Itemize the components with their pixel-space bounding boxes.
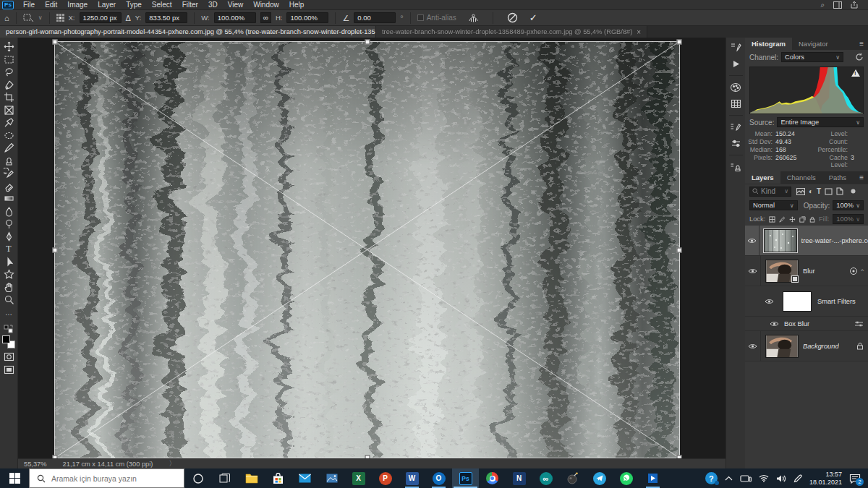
- tab-layers[interactable]: Layers: [745, 171, 780, 184]
- clone-source-icon[interactable]: [730, 162, 741, 172]
- show-hidden-icons-chevron[interactable]: [725, 476, 733, 481]
- visibility-eye-icon[interactable]: [745, 226, 760, 255]
- angle-input[interactable]: 0.00: [354, 12, 396, 23]
- brush-tool[interactable]: [1, 142, 17, 155]
- y-input[interactable]: 833.50 px: [145, 12, 187, 23]
- h-input[interactable]: 100.00%: [286, 12, 328, 23]
- reference-point-widget[interactable]: [56, 14, 64, 22]
- tab-channels[interactable]: Channels: [780, 171, 822, 184]
- menu-edit[interactable]: Edit: [40, 0, 62, 10]
- box-blur-row[interactable]: Box Blur: [745, 317, 868, 331]
- photos-app-button[interactable]: [318, 468, 345, 488]
- visibility-eye-icon[interactable]: [745, 256, 761, 286]
- filter-mask-thumbnail[interactable]: [783, 291, 812, 312]
- source-select[interactable]: Entire Image∨: [777, 117, 864, 127]
- layer-name[interactable]: Background: [803, 343, 839, 350]
- swatches-icon[interactable]: [730, 82, 741, 93]
- type-tool[interactable]: T: [1, 243, 17, 256]
- menu-select[interactable]: Select: [147, 0, 177, 10]
- device-tray-icon[interactable]: [740, 474, 752, 482]
- tab-histogram[interactable]: Histogram: [745, 38, 792, 50]
- infinity-app-button[interactable]: ∞: [532, 468, 559, 488]
- marquee-tool[interactable]: [1, 53, 17, 67]
- layer-lock-icon[interactable]: [856, 342, 864, 350]
- panel-menu-icon[interactable]: ≡: [859, 40, 864, 48]
- brush-settings-icon[interactable]: [730, 42, 741, 53]
- telegram-button[interactable]: [586, 468, 613, 488]
- taskbar-clock[interactable]: 13:57 18.01.2021: [809, 471, 842, 486]
- layer-row-blur[interactable]: Blur ^: [745, 256, 868, 286]
- notes-app-button[interactable]: N: [506, 468, 532, 488]
- visibility-eye-icon[interactable]: [770, 320, 779, 328]
- notification-center-icon[interactable]: 2: [849, 474, 861, 484]
- hand-tool[interactable]: [1, 281, 17, 294]
- filter-pixel-layers-icon[interactable]: [796, 188, 805, 195]
- layer-row-background[interactable]: Background: [745, 331, 868, 361]
- quick-mask-icon[interactable]: [1, 351, 17, 364]
- pen-tray-icon[interactable]: [793, 474, 802, 483]
- task-view-button[interactable]: [211, 468, 238, 488]
- network-tray-icon[interactable]: [759, 474, 769, 482]
- filter-blending-options-icon[interactable]: [854, 320, 864, 328]
- menu-file[interactable]: File: [18, 0, 40, 10]
- transform-handle-w[interactable]: [53, 247, 58, 252]
- lock-pixels-icon[interactable]: [779, 215, 786, 223]
- cortana-button[interactable]: [184, 468, 211, 488]
- word-button[interactable]: W: [399, 468, 425, 488]
- pen-tool[interactable]: [1, 231, 17, 244]
- brush-panel-icon[interactable]: [730, 122, 741, 132]
- foreground-background-swatches[interactable]: [2, 335, 15, 348]
- eraser-tool[interactable]: [1, 180, 17, 193]
- preset-caret-icon[interactable]: ∨: [38, 13, 43, 23]
- outlook-button[interactable]: O: [425, 468, 452, 488]
- blur-tool[interactable]: [1, 205, 17, 218]
- warp-mode-icon[interactable]: [468, 13, 479, 23]
- relative-position-icon[interactable]: Δ: [126, 13, 131, 23]
- taskbar-search[interactable]: [29, 468, 184, 488]
- lasso-tool[interactable]: [1, 66, 17, 79]
- transform-bounding-box[interactable]: [54, 41, 680, 458]
- lock-position-icon[interactable]: [789, 215, 796, 223]
- default-colors-icon[interactable]: [4, 325, 14, 333]
- eyedropper-tool[interactable]: [1, 116, 17, 129]
- screen-mode-icon[interactable]: [1, 364, 17, 377]
- layer-row-tree-water[interactable]: tree-water-...-pxhere.com: [745, 226, 868, 256]
- layer-thumbnail[interactable]: [765, 335, 799, 358]
- layer-thumbnail[interactable]: [764, 229, 797, 252]
- excel-button[interactable]: X: [345, 468, 372, 488]
- actions-icon[interactable]: [731, 59, 741, 69]
- anti-alias-checkbox[interactable]: Anti-alias: [417, 14, 456, 22]
- visibility-eye-icon[interactable]: [745, 331, 761, 361]
- blend-mode-select[interactable]: Normal∨: [749, 200, 798, 210]
- commit-transform-icon[interactable]: ✓: [529, 12, 537, 23]
- volume-tray-icon[interactable]: [776, 474, 786, 483]
- document-tab-1[interactable]: person-girl-woman-photography-portrait-m…: [0, 26, 376, 38]
- menu-type[interactable]: Type: [121, 0, 147, 10]
- zoom-tool[interactable]: [1, 294, 17, 307]
- home-icon[interactable]: ⌂: [4, 13, 9, 23]
- foreground-color[interactable]: [2, 335, 10, 343]
- document-canvas[interactable]: [54, 41, 680, 458]
- powerpoint-button[interactable]: P: [372, 468, 399, 488]
- tab-navigator[interactable]: Navigator: [792, 38, 835, 50]
- whatsapp-button[interactable]: [613, 468, 639, 488]
- edit-toolbar-icon[interactable]: …: [1, 307, 17, 320]
- x-input[interactable]: 1250.00 px: [80, 12, 122, 23]
- lock-transparency-icon[interactable]: [769, 215, 775, 223]
- quick-selection-tool[interactable]: [1, 79, 17, 92]
- photoshop-taskbar-button[interactable]: Ps: [452, 468, 479, 488]
- healing-brush-tool[interactable]: [1, 129, 17, 142]
- refresh-histogram-icon[interactable]: [855, 53, 864, 61]
- collapse-filters-icon[interactable]: ^: [861, 267, 864, 274]
- history-brush-tool[interactable]: [1, 167, 17, 180]
- photoshop-logo[interactable]: Ps: [2, 1, 14, 9]
- canvas-area[interactable]: [18, 38, 726, 458]
- lock-all-icon[interactable]: [809, 215, 815, 223]
- smart-filters-row[interactable]: Smart Filters: [745, 286, 868, 317]
- dodge-tool[interactable]: [1, 218, 17, 231]
- menu-3d[interactable]: 3D: [203, 0, 223, 10]
- layer-filter-select[interactable]: Kind ∨: [749, 187, 791, 197]
- status-chevron-icon[interactable]: 〉: [169, 459, 175, 468]
- workspace-icon[interactable]: [833, 1, 842, 9]
- layer-name[interactable]: Blur: [803, 267, 815, 275]
